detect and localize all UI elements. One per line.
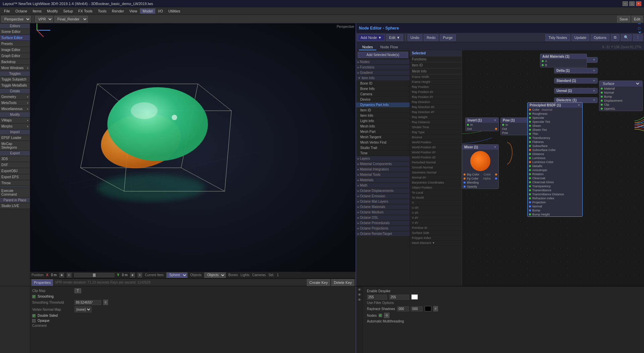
sidebar-execute-command[interactable]: Execute Command — [0, 188, 30, 198]
sidebar-graph-editor[interactable]: Graph Editor — [0, 53, 30, 59]
node-cat-octane-osl[interactable]: ▸ Octane OSL — [356, 215, 410, 220]
node-cat-layers[interactable]: ▸ Layers — [356, 156, 410, 161]
node-item-time[interactable]: Time — [356, 151, 410, 156]
rgb-g-input[interactable] — [389, 295, 409, 300]
sidebar-toggle-metaballs[interactable]: Toggle MetaBalls — [0, 83, 30, 89]
smoothing-threshold-e-btn[interactable]: E — [103, 300, 108, 305]
node-cat-material-tools[interactable]: ▸ Material Tools — [356, 172, 410, 178]
objects-select[interactable]: Objects — [204, 272, 226, 278]
viewport-3d[interactable]: Perspective — [30, 23, 356, 272]
node-cat-octane-displacements[interactable]: ▸ Octane Displacements — [356, 188, 410, 194]
node-item-mesh-part[interactable]: Mesh Part — [356, 129, 410, 135]
update-button[interactable]: Update — [572, 34, 589, 41]
menu-view[interactable]: View — [127, 8, 140, 14]
sidebar-studio-live[interactable]: Studio LIVE — [0, 203, 30, 209]
ne-icon3-btn[interactable]: ⋮ — [633, 34, 643, 41]
node-item-studio-trait[interactable]: Studio Trait — [356, 145, 410, 151]
node-canvas[interactable]: Sigma2 (1) ▼ Delta (1) ▼ — [410, 50, 644, 286]
sidebar-3ds[interactable]: 3DS — [0, 156, 30, 162]
sidebar-vmaps[interactable]: VMaps ▸ — [0, 117, 30, 123]
node-cat-functions[interactable]: ▸ Functions — [356, 65, 410, 70]
node-add-materials[interactable]: Add Materials (1) A B — [540, 54, 587, 67]
node-cat-octane-medium[interactable]: ▸ Octane Medium — [356, 210, 410, 215]
node-cat-octane-emission[interactable]: ▸ Octane Emission — [356, 194, 410, 199]
maximize-button[interactable]: □ — [629, 1, 635, 6]
x-slider[interactable] — [74, 273, 114, 277]
raytrace-g-input[interactable] — [411, 306, 423, 311]
create-key-button[interactable]: Create Key — [307, 279, 330, 286]
menu-fx-tools[interactable]: FX Tools — [75, 8, 95, 14]
ne-icon2-btn[interactable]: 🔍 — [621, 34, 632, 41]
menu-modify[interactable]: Modify — [44, 8, 60, 14]
node-cat-octane-mat-layers[interactable]: ▸ Octane Mat Layers — [356, 199, 410, 204]
rgb-r-input[interactable] — [367, 295, 387, 300]
node-cat-octane-procedurals[interactable]: ▸ Octane Procedurals — [356, 220, 410, 226]
ne-max-button[interactable]: □ — [638, 26, 641, 31]
options-button[interactable]: Options — [591, 34, 609, 41]
toolbar-mode-select[interactable]: Perspective — [1, 16, 31, 22]
y-key-btn[interactable]: ◆ — [130, 273, 135, 278]
node-item-mesh-vertex-find[interactable]: Mesh Vertex Find — [356, 140, 410, 145]
node-cat-octane-materials[interactable]: ▸ Octane Materials — [356, 204, 410, 210]
sidebar-morphs[interactable]: Morphs ▸ — [0, 123, 30, 130]
current-item-select[interactable]: Sphere — [166, 272, 187, 278]
redo-button[interactable]: Redo — [424, 34, 438, 41]
menu-octane[interactable]: Octane — [13, 8, 30, 14]
node-item-mesh-tangent[interactable]: Mesh Tangent — [356, 135, 410, 140]
node-item-bone-id[interactable]: Bone ID — [356, 81, 410, 86]
node-cat-materials[interactable]: ▸ Materials — [356, 178, 410, 183]
node-principled-bsdf[interactable]: Principled BSDF (1) ▼ Color Material Rou… — [527, 102, 583, 217]
node-item-mesh-info[interactable]: Mesh Info — [356, 124, 410, 129]
node-item-light-info[interactable]: Light Info — [356, 118, 410, 124]
node-item-dynamics-part-info[interactable]: Dynamics Part Info — [356, 102, 410, 108]
sidebar-metatools[interactable]: MetaTools ▸ — [0, 100, 30, 106]
y-e-btn[interactable]: E — [138, 273, 142, 278]
node-cat-math[interactable]: ▸ Math — [356, 183, 410, 188]
x-e-btn[interactable]: E — [67, 273, 71, 278]
x-key-btn[interactable]: ◆ — [59, 273, 64, 278]
raytrace-r-input[interactable] — [397, 306, 409, 311]
node-cat-material-components[interactable]: ▸ Material Components — [356, 161, 410, 167]
node-delta1[interactable]: Delta (1) ▼ — [554, 68, 598, 73]
node-invert1[interactable]: Invert (1) ▼ In Out — [465, 117, 499, 131]
minimize-button[interactable]: ─ — [623, 1, 628, 6]
eye-icon-3[interactable]: 👁 — [358, 298, 361, 302]
node-item-item-info[interactable]: Item Info — [356, 113, 410, 118]
node-mixer1[interactable]: Mixer (1) ▼ Big Color Color Fg Color — [462, 144, 499, 189]
undo-button[interactable]: Undo — [408, 34, 422, 41]
node-item-bone-info[interactable]: Bone Info — [356, 86, 410, 92]
edit-button-ne[interactable]: Edit ▼ — [386, 34, 403, 41]
edit-button[interactable]: Edit — [632, 16, 643, 22]
menu-model[interactable]: Model — [140, 8, 155, 14]
menu-utilities[interactable]: Utilities — [166, 8, 183, 14]
sidebar-scene-editor[interactable]: Scene Editor — [0, 29, 30, 35]
node-standard1[interactable]: Standard (1) ▼ — [554, 78, 598, 84]
sidebar-presets[interactable]: Presets — [0, 41, 30, 47]
nodes-checkbox[interactable]: ✓ — [379, 314, 382, 317]
sidebar-miscellaneous[interactable]: Miscellaneous ▸ — [0, 106, 30, 112]
node-cat-octane-projections[interactable]: ▸ Octane Projections — [356, 226, 410, 231]
vertex-normal-map-select[interactable]: (none) — [74, 306, 92, 312]
nodes-btn[interactable]: ⚙ — [384, 313, 389, 318]
sidebar-mocap-skelegons[interactable]: MoCap Skelegons — [0, 141, 30, 151]
sidebar-dxf[interactable]: DXF — [0, 162, 30, 168]
sidebar-image-editor[interactable]: Image Editor — [0, 47, 30, 53]
sidebar-backdrop[interactable]: Backdrop — [0, 59, 30, 65]
surface-type-select[interactable]: Surface — [601, 82, 640, 86]
menu-io[interactable]: I/O — [155, 8, 166, 14]
node-surface-out[interactable]: Surface Material Normal Bump — [599, 81, 643, 111]
eye-icon-1[interactable]: 👁 — [358, 288, 361, 292]
menu-tools[interactable]: Tools — [95, 8, 109, 14]
ne-icon1-btn[interactable]: ⧉ — [611, 34, 620, 41]
sidebar-surface-editor[interactable]: Surface Editor — [0, 35, 30, 41]
menu-render[interactable]: Render — [109, 8, 127, 14]
delete-key-button[interactable]: Delete Key — [331, 279, 354, 286]
sidebar-epsf-loader[interactable]: EPSF Loader — [0, 135, 30, 141]
smoothing-threshold-input[interactable] — [74, 300, 101, 305]
ne-min-button[interactable]: ─ — [638, 23, 641, 26]
close-button[interactable]: ✕ — [636, 1, 641, 6]
menu-items[interactable]: Items — [30, 8, 44, 14]
toolbar-vpr-select[interactable]: VPR — [35, 16, 53, 22]
tab-node-flow[interactable]: Node Flow — [377, 44, 401, 50]
smoothing-checkbox[interactable]: ✓ — [32, 295, 36, 298]
